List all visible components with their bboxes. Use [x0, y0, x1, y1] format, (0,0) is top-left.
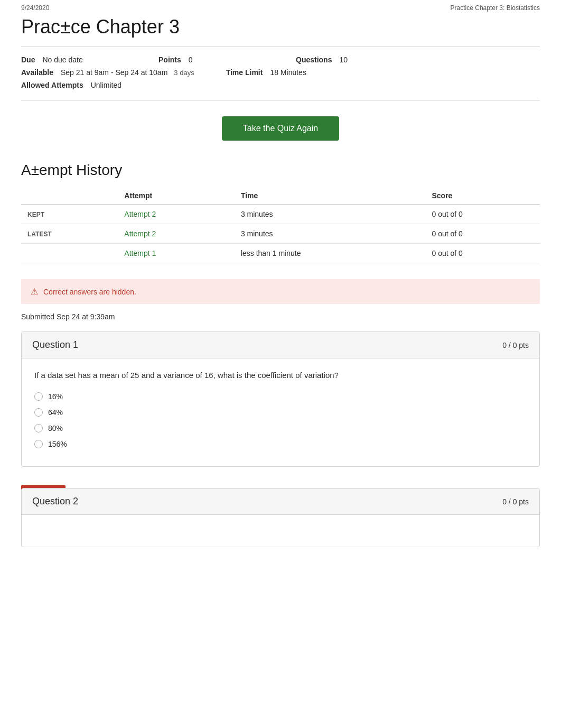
attempt-link-3[interactable]: Attempt 1	[118, 244, 235, 263]
question-2-pts: 0 / 0 pts	[502, 497, 529, 506]
attempt-link-2[interactable]: Attempt 2	[118, 224, 235, 244]
radio-1d[interactable]	[34, 440, 43, 448]
meta-available: Available Sep 21 at 9am - Sep 24 at 10am…	[21, 68, 194, 77]
answer-1c-label: 80%	[48, 424, 63, 432]
questions-label: Questions	[296, 56, 335, 64]
breadcrumb: Practice Chapter 3: Biostatistics	[451, 4, 540, 12]
submitted-text: Submitted Sep 24 at 9:39am	[21, 312, 540, 321]
col-attempt: Attempt	[118, 187, 235, 205]
question-2-wrapper: Incorrect Question 2 0 / 0 pts	[21, 488, 540, 547]
meta-points: Points 0	[158, 56, 264, 64]
take-quiz-button[interactable]: Take the Quiz Again	[222, 116, 339, 141]
attempt-history-title: A±empt History	[21, 162, 540, 179]
answer-1d-label: 156%	[48, 440, 67, 448]
correct-answers-text: Correct answers are hidden.	[43, 288, 136, 296]
btn-container: Take the Quiz Again	[21, 116, 540, 141]
question-card-2: Question 2 0 / 0 pts	[21, 488, 540, 547]
question-1-header: Question 1 0 / 0 pts	[22, 332, 539, 358]
answer-option-1b: 64%	[34, 408, 527, 417]
divider-mid	[21, 100, 540, 100]
top-bar: 9/24/2020 Practice Chapter 3: Biostatist…	[0, 0, 561, 16]
answer-1a-label: 16%	[48, 392, 63, 401]
points-label: Points	[158, 56, 184, 64]
attempt-row-1: KEPT Attempt 2 3 minutes 0 out of 0	[21, 205, 540, 224]
col-badge	[21, 187, 118, 205]
attempt-badge-3	[21, 244, 118, 263]
attempt-row-2: LATEST Attempt 2 3 minutes 0 out of 0	[21, 224, 540, 244]
available-value: Sep 21 at 9am - Sep 24 at 10am	[61, 68, 167, 77]
page-title: Prac±ce Chapter 3	[21, 16, 540, 38]
meta-row-2: Available Sep 21 at 9am - Sep 24 at 10am…	[21, 68, 540, 77]
attempt-badge-1: KEPT	[21, 205, 118, 224]
attempt-link-1[interactable]: Attempt 2	[118, 205, 235, 224]
questions-value: 10	[339, 56, 348, 64]
warning-icon: ⚠	[31, 287, 38, 297]
allowed-value: Unlimited	[91, 81, 121, 89]
col-score: Score	[426, 187, 540, 205]
col-time: Time	[235, 187, 426, 205]
meta-section: Due No due date Points 0 Questions 10 Av…	[21, 56, 540, 89]
meta-questions: Questions 10	[296, 56, 401, 64]
meta-row-3: Allowed Attempts Unlimited	[21, 81, 540, 89]
answer-option-1d: 156%	[34, 440, 527, 448]
attempt-time-1: 3 minutes	[235, 205, 426, 224]
attempt-table: Attempt Time Score KEPT Attempt 2 3 minu…	[21, 187, 540, 263]
attempt-time-3: less than 1 minute	[235, 244, 426, 263]
attempt-score-1: 0 out of 0	[426, 205, 540, 224]
date-label: 9/24/2020	[21, 4, 49, 12]
attempt-badge-2: LATEST	[21, 224, 118, 244]
divider-top	[21, 47, 540, 47]
radio-1a[interactable]	[34, 392, 43, 401]
main-content: Prac±ce Chapter 3 Due No due date Points…	[0, 16, 561, 584]
question-1-pts: 0 / 0 pts	[502, 341, 529, 349]
attempt-row-3: Attempt 1 less than 1 minute 0 out of 0	[21, 244, 540, 263]
meta-timelimit: Time Limit 18 Minutes	[226, 68, 306, 77]
points-value: 0	[189, 56, 193, 64]
allowed-label: Allowed Attempts	[21, 81, 87, 89]
radio-1b[interactable]	[34, 408, 43, 417]
question-2-header: Question 2 0 / 0 pts	[22, 489, 539, 515]
timelimit-value: 18 Minutes	[270, 68, 306, 77]
meta-due: Due No due date	[21, 56, 127, 64]
answer-1b-label: 64%	[48, 408, 63, 417]
due-value: No due date	[42, 56, 82, 64]
question-card-1: Question 1 0 / 0 pts If a data set has a…	[21, 331, 540, 467]
attempt-score-2: 0 out of 0	[426, 224, 540, 244]
question-2-title: Question 2	[32, 496, 78, 507]
radio-1c[interactable]	[34, 424, 43, 432]
question-2-body	[22, 515, 539, 547]
meta-row-1: Due No due date Points 0 Questions 10	[21, 56, 540, 64]
available-label: Available	[21, 68, 57, 77]
answer-option-1c: 80%	[34, 424, 527, 432]
due-label: Due	[21, 56, 38, 64]
question-1-text: If a data set has a mean of 25 and a var…	[34, 369, 527, 382]
question-1-title: Question 1	[32, 339, 78, 351]
question-1-body: If a data set has a mean of 25 and a var…	[22, 358, 539, 466]
meta-allowed: Allowed Attempts Unlimited	[21, 81, 127, 89]
attempt-score-3: 0 out of 0	[426, 244, 540, 263]
available-days: 3 days	[174, 69, 194, 77]
correct-answers-box: ⚠ Correct answers are hidden.	[21, 279, 540, 304]
timelimit-label: Time Limit	[226, 68, 266, 77]
answer-option-1a: 16%	[34, 392, 527, 401]
attempt-time-2: 3 minutes	[235, 224, 426, 244]
